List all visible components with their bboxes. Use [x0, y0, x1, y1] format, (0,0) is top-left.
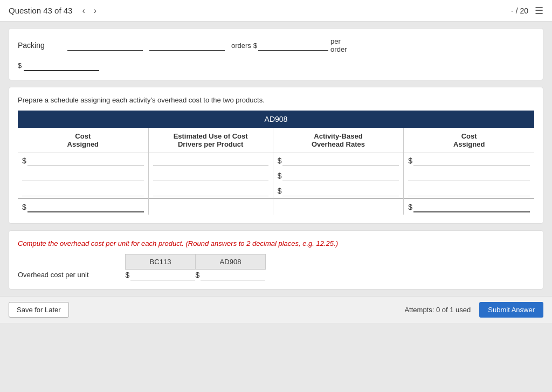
row1-col2: [148, 153, 273, 169]
overhead-instruction: Compute the overhead cost per unit for e…: [18, 239, 534, 247]
attempts-text: Attempts: 0 of 1 used: [404, 306, 471, 314]
packing-total-row: $: [18, 60, 534, 71]
dollar-sign-r1c3: $: [278, 156, 282, 165]
next-button[interactable]: ›: [91, 5, 100, 17]
schedule-subheader: CostAssigned Estimated Use of CostDriver…: [18, 128, 534, 153]
nav-left: Question 43 of 43 ‹ ›: [9, 5, 100, 17]
row3-col3: $: [273, 183, 404, 199]
schedule-header: AD908: [18, 111, 534, 128]
input-r1c4[interactable]: [413, 155, 530, 166]
input-r3c1[interactable]: [22, 185, 144, 196]
overhead-table: BC113 AD908 Overhead cost per unit $: [18, 254, 266, 280]
input-r1c2[interactable]: [153, 155, 268, 166]
dollar-sign-r1c1: $: [22, 156, 26, 165]
col4-header: CostAssigned: [404, 128, 534, 153]
table-row: $: [18, 168, 534, 183]
row1-col1: $: [18, 153, 148, 169]
input-r3c4[interactable]: [408, 185, 530, 196]
packing-dollar-input[interactable]: [258, 40, 328, 51]
row1-col4: $: [404, 153, 534, 169]
row4-col2: [148, 199, 273, 215]
row2-col3: $: [273, 168, 404, 183]
dollar-ad: $: [195, 271, 199, 279]
row2-col4: [404, 168, 534, 183]
table-row: $: [18, 183, 534, 199]
overhead-note: (Round answers to 2 decimal places, e.g.…: [185, 239, 338, 247]
input-r2c2[interactable]: [153, 170, 268, 181]
input-r1c3[interactable]: [282, 155, 399, 166]
table-row-total: $ $: [18, 199, 534, 215]
overhead-row: Overhead cost per unit $ $: [18, 270, 266, 281]
schedule-body: $ $ $: [18, 153, 534, 215]
dollar-sign-r4c4: $: [408, 203, 412, 211]
input-r2c4[interactable]: [408, 170, 530, 181]
input-r2c3[interactable]: [282, 170, 399, 181]
dollar-sign-packing: $: [253, 42, 257, 50]
dollar-sign-r4c1: $: [22, 203, 26, 211]
per-order-label: perorder: [330, 37, 347, 53]
orders-group: orders $ perorder: [231, 37, 347, 53]
overhead-bc-input[interactable]: [130, 270, 195, 280]
content-area: Packing orders $ perorder $ Prepare a sc…: [0, 22, 552, 296]
col3-header: Activity-BasedOverhead Rates: [273, 128, 404, 153]
dollar-bc: $: [126, 271, 130, 279]
score-display: - / 20: [511, 6, 528, 15]
row1-col3: $: [273, 153, 404, 169]
schedule-header-title: AD908: [18, 111, 534, 128]
submit-answer-button[interactable]: Submit Answer: [479, 302, 543, 318]
row2-col1: [18, 168, 148, 183]
dollar-group: $: [253, 40, 328, 51]
packing-input-2[interactable]: [149, 40, 225, 51]
overhead-bc-col: BC113: [126, 255, 196, 270]
overhead-ad-col: AD908: [195, 255, 265, 270]
footer-right: Attempts: 0 of 1 used Submit Answer: [404, 302, 543, 318]
packing-row: Packing orders $ perorder: [18, 37, 534, 53]
input-r4c4[interactable]: [413, 201, 530, 212]
packing-label: Packing: [18, 41, 61, 50]
row2-col2: [148, 168, 273, 183]
packing-total-input[interactable]: [24, 60, 99, 71]
col1-header: CostAssigned: [18, 128, 148, 153]
dollar-sign-r3c3: $: [278, 187, 282, 195]
table-row: $ $ $: [18, 153, 534, 169]
prev-button[interactable]: ‹: [79, 5, 88, 17]
input-r4c1[interactable]: [27, 201, 144, 212]
footer-bar: Save for Later Attempts: 0 of 1 used Sub…: [0, 296, 552, 323]
input-r3c2[interactable]: [153, 185, 268, 196]
col2-header: Estimated Use of CostDrivers per Product: [148, 128, 273, 153]
schedule-card: Prepare a schedule assigning each activi…: [9, 87, 543, 224]
input-r1c1[interactable]: [27, 155, 144, 166]
schedule-table: AD908 CostAssigned Estimated Use of Cost…: [18, 111, 534, 215]
packing-card: Packing orders $ perorder $: [9, 28, 543, 80]
overhead-blank-col: [18, 255, 126, 270]
list-icon[interactable]: ☰: [535, 5, 543, 17]
row4-col4: $: [404, 199, 534, 215]
schedule-instruction: Prepare a schedule assigning each activi…: [18, 96, 534, 104]
overhead-label: Overhead cost per unit: [18, 270, 126, 281]
dollar-sign-total: $: [18, 61, 22, 70]
packing-input-1[interactable]: [67, 40, 143, 51]
nav-arrows: ‹ ›: [79, 5, 100, 17]
nav-right: - / 20 ☰: [511, 5, 543, 17]
input-r3c3[interactable]: [282, 185, 399, 196]
row3-col1: [18, 183, 148, 199]
input-r2c1[interactable]: [22, 170, 144, 181]
dollar-sign-r2c3: $: [278, 171, 282, 180]
overhead-bc-cell: $: [126, 270, 196, 281]
row3-col4: [404, 183, 534, 199]
orders-label: orders: [231, 42, 251, 50]
overhead-card: Compute the overhead cost per unit for e…: [9, 230, 543, 290]
top-navigation: Question 43 of 43 ‹ › - / 20 ☰: [0, 0, 552, 22]
row4-col1: $: [18, 199, 148, 215]
overhead-ad-input[interactable]: [201, 270, 265, 280]
overhead-ad-cell: $: [195, 270, 265, 281]
row4-col3: [273, 199, 404, 215]
overhead-header: BC113 AD908: [18, 255, 266, 270]
dollar-sign-r1c4: $: [408, 156, 412, 165]
overhead-body: Overhead cost per unit $ $: [18, 270, 266, 281]
save-later-button[interactable]: Save for Later: [9, 302, 69, 318]
question-title: Question 43 of 43: [9, 6, 72, 15]
row3-col2: [148, 183, 273, 199]
